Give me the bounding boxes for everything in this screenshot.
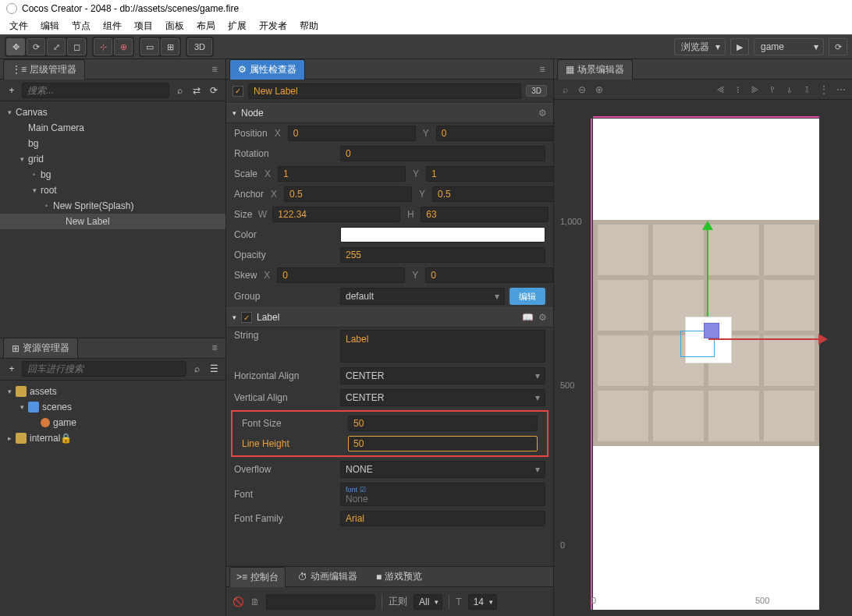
- scene-select[interactable]: game: [754, 38, 824, 55]
- gear-icon[interactable]: ⚙: [538, 312, 547, 323]
- menu-component[interactable]: 组件: [97, 17, 128, 34]
- console-tab[interactable]: >≡控制台: [229, 567, 286, 587]
- search-icon[interactable]: ⌕: [172, 83, 186, 97]
- label-section-header[interactable]: ▾Label 📖⚙: [226, 307, 553, 327]
- hierarchy-item[interactable]: Canvas: [0, 104, 225, 120]
- dist-1-icon[interactable]: ⋮: [816, 82, 832, 97]
- assets-item[interactable]: assets: [0, 384, 225, 399]
- hierarchy-item[interactable]: bg: [0, 136, 225, 151]
- hierarchy-tab[interactable]: ⋮≡ 层级管理器: [3, 59, 85, 80]
- dist-2-icon[interactable]: ⋯: [833, 82, 849, 97]
- align-4-icon[interactable]: ⫯: [765, 82, 780, 97]
- scene-canvas[interactable]: 1,000 500 0 0 500: [554, 100, 852, 616]
- timeline-tab[interactable]: ⏱动画编辑器: [292, 567, 364, 586]
- zoom-tool-icon[interactable]: ⌕: [557, 82, 573, 97]
- menu-edit[interactable]: 编辑: [34, 17, 66, 34]
- node-active-checkbox[interactable]: [233, 86, 243, 97]
- menu-help[interactable]: 帮助: [293, 17, 325, 34]
- hierarchy-item[interactable]: Main Camera: [0, 120, 225, 136]
- skew-y-input[interactable]: [425, 267, 553, 283]
- 3d-toggle[interactable]: 3D: [187, 38, 212, 55]
- align-tool-2[interactable]: ⊞: [161, 38, 179, 55]
- assets-search[interactable]: [22, 361, 186, 377]
- opacity-input[interactable]: [340, 247, 545, 263]
- string-textarea[interactable]: [340, 330, 545, 363]
- color-swatch[interactable]: [340, 227, 545, 243]
- align-3-icon[interactable]: ⫸: [747, 82, 763, 97]
- align-2-icon[interactable]: ⫶: [730, 82, 746, 97]
- fontfamily-input[interactable]: [340, 511, 545, 526]
- menu-file[interactable]: 文件: [3, 17, 34, 34]
- lineheight-input[interactable]: [348, 436, 538, 451]
- node-name-input[interactable]: [248, 83, 521, 99]
- align-5-icon[interactable]: ⫰: [782, 82, 797, 97]
- fontsize-input[interactable]: [348, 416, 538, 431]
- panel-menu-icon[interactable]: ≡: [207, 62, 222, 77]
- help-icon[interactable]: 📖: [522, 312, 534, 323]
- menu-project[interactable]: 项目: [128, 17, 159, 34]
- skew-x-input[interactable]: [277, 267, 405, 283]
- zoom-in-icon[interactable]: ⊕: [591, 82, 607, 97]
- anchor-y-input[interactable]: [432, 186, 553, 202]
- assets-item[interactable]: game: [0, 415, 225, 430]
- zoom-out-icon[interactable]: ⊖: [574, 82, 590, 97]
- preview-tab[interactable]: ■游戏预览: [370, 567, 428, 586]
- y-axis-arrow[interactable]: [707, 223, 708, 317]
- assets-item[interactable]: scenes: [0, 399, 225, 415]
- group-edit-button[interactable]: 编辑: [509, 288, 545, 305]
- font-slot[interactable]: font ☑None: [340, 483, 545, 506]
- hierarchy-item[interactable]: root: [0, 182, 225, 198]
- anchor-center-tool[interactable]: ⊹: [94, 38, 112, 55]
- refresh-hierarchy-icon[interactable]: ⟳: [207, 83, 221, 97]
- panel-menu-icon[interactable]: ≡: [534, 62, 550, 77]
- menu-developer[interactable]: 开发者: [253, 17, 293, 34]
- valign-select[interactable]: CENTER: [340, 389, 545, 406]
- hierarchy-item[interactable]: New Sprite(Splash): [0, 198, 225, 214]
- inspector-tab[interactable]: ⚙ 属性检查器: [229, 59, 305, 80]
- size-w-input[interactable]: [272, 207, 400, 222]
- refresh-button[interactable]: ⟳: [829, 38, 847, 55]
- console-filter-input[interactable]: [266, 594, 375, 610]
- gear-icon[interactable]: ⚙: [538, 108, 547, 119]
- align-1-icon[interactable]: ⫷: [713, 82, 729, 97]
- panel-menu-icon[interactable]: ≡: [207, 340, 222, 356]
- move-tool[interactable]: ✥: [6, 38, 25, 55]
- console-font-size[interactable]: 14: [468, 594, 497, 610]
- menu-layout[interactable]: 布局: [190, 17, 222, 34]
- scale-y-input[interactable]: [426, 166, 553, 182]
- group-select[interactable]: default: [340, 288, 505, 305]
- play-button[interactable]: ▶: [730, 38, 749, 55]
- badge-3d[interactable]: 3D: [526, 85, 547, 97]
- label-enabled-checkbox[interactable]: [241, 312, 252, 323]
- position-y-input[interactable]: [436, 126, 553, 141]
- halign-select[interactable]: CENTER: [340, 367, 545, 384]
- size-h-input[interactable]: [421, 207, 548, 222]
- log-file-icon[interactable]: 🗎: [250, 597, 260, 607]
- hierarchy-search[interactable]: [22, 83, 169, 98]
- hierarchy-item[interactable]: New Label: [0, 214, 225, 229]
- assets-tab[interactable]: ⊞ 资源管理器: [3, 338, 78, 358]
- search-icon[interactable]: ⌕: [190, 362, 204, 376]
- gizmo-origin[interactable]: [704, 323, 719, 338]
- node-section-header[interactable]: ▾Node ⚙: [226, 103, 553, 123]
- hierarchy-item[interactable]: grid: [0, 151, 225, 167]
- collapse-icon[interactable]: ⇄: [190, 83, 204, 97]
- align-tool-1[interactable]: ▭: [140, 38, 159, 55]
- assets-item[interactable]: internal 🔒: [0, 430, 225, 446]
- menu-node[interactable]: 节点: [66, 17, 97, 34]
- anchor-local-tool[interactable]: ⊕: [114, 38, 133, 55]
- anchor-x-input[interactable]: [284, 186, 412, 202]
- overflow-select[interactable]: NONE: [340, 461, 545, 478]
- rotate-tool[interactable]: ⟳: [27, 38, 45, 55]
- add-asset-button[interactable]: +: [5, 362, 19, 376]
- scale-tool[interactable]: ⤢: [47, 38, 66, 55]
- position-x-input[interactable]: [288, 126, 416, 141]
- preview-mode-select[interactable]: 浏览器: [674, 38, 726, 55]
- add-node-button[interactable]: +: [5, 83, 19, 97]
- rotation-input[interactable]: [340, 146, 545, 161]
- align-6-icon[interactable]: ⫱: [799, 82, 815, 97]
- menu-extension[interactable]: 扩展: [222, 17, 253, 34]
- x-axis-arrow[interactable]: [708, 338, 825, 340]
- menu-panel[interactable]: 面板: [159, 17, 190, 34]
- filter-icon[interactable]: ☰: [207, 362, 221, 376]
